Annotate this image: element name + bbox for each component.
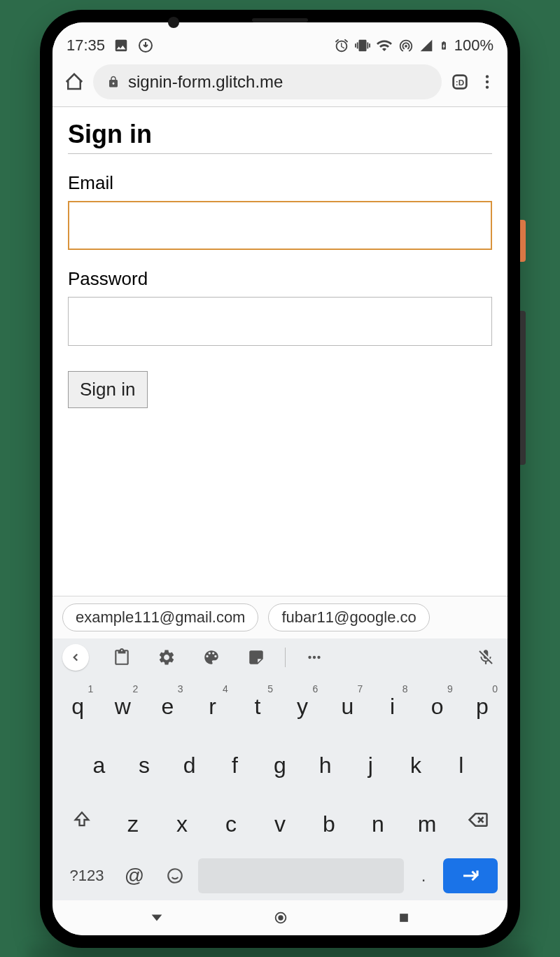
sticker-icon[interactable]: [244, 645, 268, 669]
key-h[interactable]: h: [304, 741, 346, 791]
gear-icon[interactable]: [155, 645, 178, 669]
more-icon[interactable]: [302, 645, 326, 669]
backspace-key[interactable]: [453, 799, 503, 840]
suggestion-chip[interactable]: example111@gmail.com: [62, 603, 258, 631]
key-p[interactable]: p0: [461, 682, 503, 732]
svg-point-6: [308, 655, 311, 658]
phone-frame: 17:35 100% signin-form.glitch.me :D: [40, 10, 520, 948]
palette-icon[interactable]: [200, 645, 223, 669]
key-f[interactable]: f: [214, 741, 256, 791]
screen: 17:35 100% signin-form.glitch.me :D: [52, 22, 507, 935]
emoji-key[interactable]: [158, 867, 192, 885]
key-t[interactable]: t5: [237, 682, 279, 732]
svg-point-8: [317, 655, 320, 658]
clipboard-icon[interactable]: [110, 645, 134, 669]
nav-back-icon[interactable]: [149, 910, 164, 925]
key-e[interactable]: e3: [146, 682, 188, 732]
tabs-icon[interactable]: :D: [450, 72, 470, 92]
symbols-key[interactable]: ?123: [62, 867, 111, 885]
email-field[interactable]: [68, 201, 492, 250]
svg-point-3: [486, 75, 489, 78]
key-j[interactable]: j: [349, 741, 392, 791]
svg-point-9: [168, 869, 182, 883]
svg-text::D: :D: [456, 77, 464, 86]
key-i[interactable]: i8: [371, 682, 413, 732]
menu-icon[interactable]: [478, 73, 496, 91]
suggestion-bar: example111@gmail.com fubar11@google.co: [52, 596, 507, 638]
svg-point-4: [486, 80, 489, 83]
key-a[interactable]: a: [78, 741, 120, 791]
wifi-icon: [376, 37, 393, 54]
key-x[interactable]: x: [159, 799, 205, 850]
key-y[interactable]: y6: [281, 682, 323, 732]
svg-point-7: [313, 655, 316, 658]
notch: [252, 18, 308, 22]
period-key[interactable]: .: [410, 866, 438, 886]
nav-recents-icon[interactable]: [397, 911, 411, 925]
home-icon[interactable]: [64, 71, 85, 92]
mic-off-icon[interactable]: [474, 645, 498, 669]
key-c[interactable]: c: [208, 799, 254, 850]
nav-home-icon[interactable]: [273, 910, 288, 925]
key-g[interactable]: g: [259, 741, 302, 791]
content: Sign in Email Password Sign in: [52, 106, 507, 596]
status-bar: 17:35 100%: [52, 22, 507, 57]
key-q[interactable]: q1: [57, 682, 99, 732]
hotspot-icon: [398, 38, 414, 53]
key-l[interactable]: l: [440, 741, 482, 791]
key-b[interactable]: b: [306, 799, 352, 850]
battery-text: 100%: [454, 36, 493, 55]
key-m[interactable]: m: [404, 799, 450, 850]
email-label: Email: [68, 172, 492, 194]
suggestion-chip[interactable]: fubar11@google.co: [268, 603, 429, 631]
browser-bar: signin-form.glitch.me :D: [52, 57, 507, 106]
nav-bar: [52, 900, 507, 935]
key-v[interactable]: v: [257, 799, 303, 850]
lock-icon: [107, 76, 120, 88]
battery-icon: [439, 38, 449, 53]
svg-point-5: [486, 85, 489, 88]
key-w[interactable]: w2: [102, 682, 144, 732]
shift-key[interactable]: [57, 799, 107, 840]
svg-rect-12: [400, 914, 408, 922]
kb-back-icon[interactable]: [62, 644, 89, 671]
status-time: 17:35: [66, 36, 105, 55]
url-text: signin-form.glitch.me: [128, 72, 283, 92]
password-label: Password: [68, 268, 492, 290]
signal-icon: [419, 39, 433, 53]
key-u[interactable]: u7: [326, 682, 368, 732]
downloads-icon: [137, 37, 154, 54]
key-s[interactable]: s: [123, 741, 166, 791]
at-key[interactable]: @: [117, 865, 152, 887]
spacebar[interactable]: [198, 858, 404, 893]
keyboard-toolbar: [52, 638, 507, 676]
svg-point-11: [278, 915, 283, 920]
password-field[interactable]: [68, 297, 492, 346]
key-n[interactable]: n: [355, 799, 401, 850]
keyboard: q1w2e3r4t5y6u7i8o9p0 asdfghjkl zxcvbnm ?…: [52, 676, 507, 900]
key-k[interactable]: k: [395, 741, 438, 791]
page-title: Sign in: [68, 120, 492, 154]
key-d[interactable]: d: [168, 741, 211, 791]
enter-key[interactable]: [443, 858, 498, 893]
url-bar[interactable]: signin-form.glitch.me: [93, 64, 442, 99]
signin-button[interactable]: Sign in: [68, 371, 148, 408]
key-o[interactable]: o9: [416, 682, 458, 732]
image-icon: [113, 38, 129, 53]
key-r[interactable]: r4: [192, 682, 234, 732]
key-z[interactable]: z: [110, 799, 156, 850]
vibrate-icon: [355, 38, 370, 53]
alarm-icon: [334, 38, 349, 53]
